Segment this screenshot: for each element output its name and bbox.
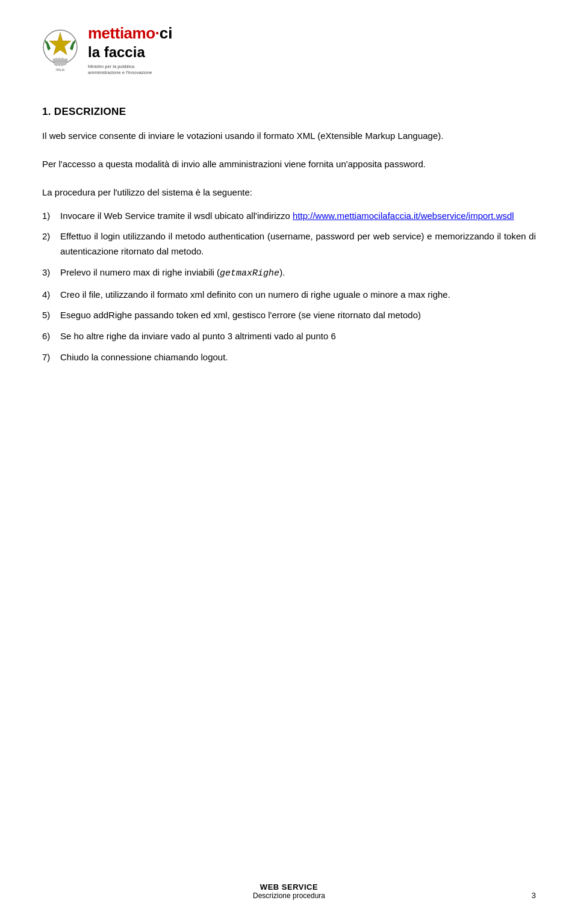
footer-subtitle: Descrizione procedura <box>0 892 578 900</box>
logo-tagline: la faccia <box>88 44 173 61</box>
section-title: 1. DESCRIZIONE <box>42 106 536 118</box>
item-num-6: 6) <box>42 329 50 344</box>
list-item: 5) Eseguo addRighe passando token ed xml… <box>42 308 536 323</box>
footer-title: WEB SERVICE <box>0 882 578 892</box>
italian-emblem-icon: ITALIA <box>42 28 78 73</box>
list-item: 6) Se ho altre righe da inviare vado al … <box>42 329 536 344</box>
list-item: 3) Prelevo il numero max di righe inviab… <box>42 265 536 282</box>
logo-ci: ci <box>160 24 173 43</box>
item-5-text: Eseguo addRighe passando token ed xml, g… <box>60 310 421 320</box>
svg-rect-7 <box>55 64 57 66</box>
procedure-list: 1) Invocare il Web Service tramite il ws… <box>42 209 536 365</box>
procedure-intro: La procedura per l'utilizzo del sistema … <box>42 185 536 200</box>
ministry-label: Ministro per la pubblica amministrazione… <box>88 64 166 76</box>
svg-rect-4 <box>55 58 57 60</box>
item-7-text: Chiudo la connessione chiamando logout. <box>60 352 228 362</box>
item-1-text: Invocare il Web Service tramite il wsdl … <box>60 211 514 221</box>
footer: WEB SERVICE Descrizione procedura <box>0 882 578 900</box>
logo-text-area: mettiamo·ci la faccia Ministro per la pu… <box>88 24 173 76</box>
item-num-5: 5) <box>42 308 50 323</box>
svg-rect-9 <box>61 64 63 66</box>
content-area: Il web service consente di inviare le vo… <box>42 129 536 365</box>
item-num-2: 2) <box>42 229 50 244</box>
item-num-3: 3) <box>42 265 50 280</box>
list-item: 4) Creo il file, utilizzando il formato … <box>42 288 536 303</box>
item-3-text: Prelevo il numero max di righe inviabili… <box>60 267 285 277</box>
page-number: 3 <box>532 891 536 900</box>
item-4-text: Creo il file, utilizzando il formato xml… <box>60 289 450 300</box>
item-num-1: 1) <box>42 209 50 224</box>
svg-rect-6 <box>61 58 63 60</box>
page: ITALIA mettiamo·ci la faccia Ministro pe… <box>0 0 578 924</box>
getmaxrighe-code: getmaxRighe <box>220 268 279 279</box>
svg-text:ITALIA: ITALIA <box>56 68 66 72</box>
header: ITALIA mettiamo·ci la faccia Ministro pe… <box>42 24 536 82</box>
item-6-text: Se ho altre righe da inviare vado al pun… <box>60 331 336 341</box>
list-item: 7) Chiudo la connessione chiamando logou… <box>42 350 536 365</box>
logo-dot: · <box>155 24 160 43</box>
paragraph-2: Per l'accesso a questa modalità di invio… <box>42 157 536 172</box>
item-num-4: 4) <box>42 288 50 303</box>
list-item: 2) Effettuo il login utilizzando il meto… <box>42 229 536 259</box>
item-2-text: Effettuo il login utilizzando il metodo … <box>60 231 536 256</box>
list-item: 1) Invocare il Web Service tramite il ws… <box>42 209 536 224</box>
logo-area: ITALIA mettiamo·ci la faccia Ministro pe… <box>42 24 173 76</box>
svg-rect-5 <box>58 58 60 60</box>
item-num-7: 7) <box>42 350 50 365</box>
svg-rect-8 <box>58 64 60 66</box>
logo-brand: mettiamo <box>88 24 155 43</box>
svg-marker-1 <box>49 32 71 55</box>
paragraph-1: Il web service consente di inviare le vo… <box>42 129 536 144</box>
wsdl-link[interactable]: http://www.mettiamocilafaccia.it/webserv… <box>293 211 514 221</box>
